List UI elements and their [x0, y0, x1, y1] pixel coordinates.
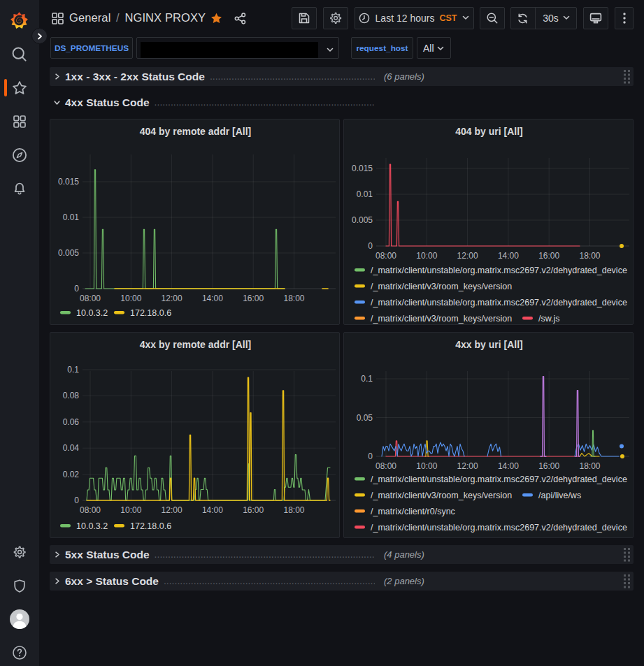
svg-text:404 by remote addr [All]: 404 by remote addr [All]: [140, 126, 252, 137]
svg-text:16:00: 16:00: [538, 251, 559, 261]
svg-text:14:00: 14:00: [202, 294, 223, 303]
svg-text:0: 0: [74, 495, 79, 505]
svg-text:12:00: 12:00: [457, 251, 478, 261]
svg-text:08:00: 08:00: [375, 251, 396, 261]
svg-text:12:00: 12:00: [457, 461, 478, 471]
svg-text:0.06: 0.06: [63, 417, 80, 427]
svg-text:08:00: 08:00: [80, 294, 101, 303]
svg-text:/_matrix/client/v3/room_keys/v: /_matrix/client/v3/room_keys/version: [371, 282, 512, 291]
svg-text:172.18.0.6: 172.18.0.6: [130, 521, 171, 531]
svg-text:12:00: 12:00: [162, 294, 183, 303]
svg-text:4xx by uri [All]: 4xx by uri [All]: [455, 339, 522, 350]
svg-text:14:00: 14:00: [498, 251, 519, 261]
svg-text:18:00: 18:00: [283, 505, 304, 515]
svg-text:08:00: 08:00: [375, 461, 396, 471]
svg-text:/api/live/ws: /api/live/ws: [538, 491, 581, 500]
svg-text:16:00: 16:00: [243, 505, 264, 515]
svg-text:10.0.3.2: 10.0.3.2: [76, 521, 108, 531]
svg-text:/_matrix/client/unstable/org.m: /_matrix/client/unstable/org.matrix.msc2…: [371, 298, 627, 307]
svg-text:18:00: 18:00: [283, 294, 304, 303]
svg-text:0.005: 0.005: [352, 215, 373, 225]
svg-text:18:00: 18:00: [579, 461, 600, 471]
svg-text:10:00: 10:00: [120, 505, 141, 515]
svg-text:/_matrix/client/v3/room_keys/v: /_matrix/client/v3/room_keys/version: [371, 491, 512, 500]
svg-text:0.04: 0.04: [63, 443, 80, 453]
svg-text:0.015: 0.015: [352, 164, 373, 173]
svg-text:/_matrix/client/v3/room_keys/v: /_matrix/client/v3/room_keys/version: [371, 314, 512, 324]
svg-text:0.1: 0.1: [361, 374, 373, 384]
svg-text:14:00: 14:00: [498, 461, 519, 471]
svg-text:172.18.0.6: 172.18.0.6: [130, 308, 171, 318]
svg-text:18:00: 18:00: [579, 251, 600, 261]
svg-text:0.015: 0.015: [58, 177, 79, 187]
svg-text:/_matrix/client/r0/sync: /_matrix/client/r0/sync: [371, 507, 455, 516]
svg-text:0.01: 0.01: [357, 189, 373, 199]
svg-text:4xx by remote addr [All]: 4xx by remote addr [All]: [140, 339, 252, 350]
svg-text:16:00: 16:00: [538, 461, 559, 471]
svg-text:10.0.3.2: 10.0.3.2: [76, 308, 108, 318]
svg-text:0.1: 0.1: [67, 365, 79, 375]
svg-text:0: 0: [368, 241, 373, 251]
svg-text:/_matrix/client/unstable/org.m: /_matrix/client/unstable/org.matrix.msc2…: [371, 475, 627, 484]
svg-text:/_matrix/client/unstable/org.m: /_matrix/client/unstable/org.matrix.msc2…: [371, 266, 627, 275]
svg-text:0: 0: [368, 451, 373, 461]
svg-text:0.02: 0.02: [63, 470, 80, 479]
svg-text:/sw.js: /sw.js: [538, 314, 560, 324]
svg-text:0.05: 0.05: [357, 413, 373, 423]
svg-text:10:00: 10:00: [416, 461, 437, 471]
svg-text:14:00: 14:00: [202, 505, 223, 515]
svg-text:10:00: 10:00: [120, 294, 141, 303]
svg-text:08:00: 08:00: [80, 505, 101, 515]
svg-text:0.01: 0.01: [63, 212, 80, 222]
svg-text:10:00: 10:00: [416, 251, 437, 261]
svg-text:0.08: 0.08: [63, 391, 80, 400]
svg-text:0.005: 0.005: [58, 248, 79, 258]
svg-text:16:00: 16:00: [243, 294, 264, 303]
svg-text:0: 0: [74, 284, 79, 294]
svg-text:12:00: 12:00: [162, 505, 183, 515]
svg-text:/_matrix/client/unstable/org.m: /_matrix/client/unstable/org.matrix.msc2…: [371, 523, 627, 533]
svg-text:404 by uri [All]: 404 by uri [All]: [455, 126, 522, 137]
